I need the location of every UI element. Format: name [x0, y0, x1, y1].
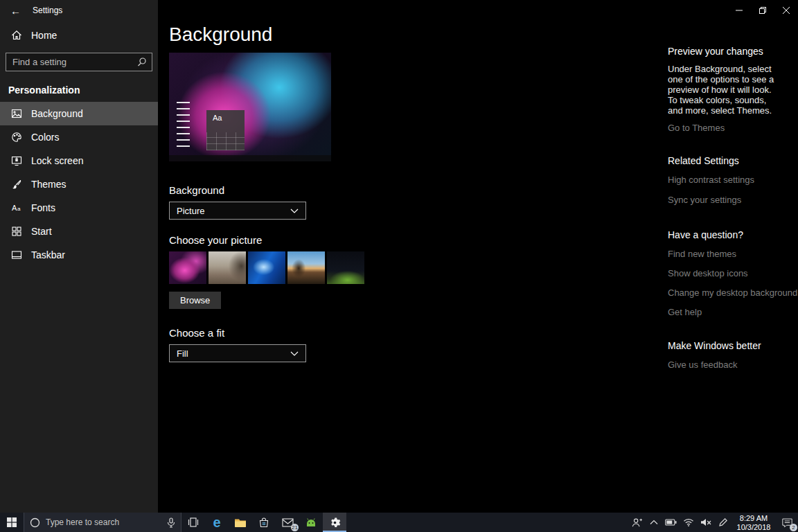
people-button[interactable] — [628, 513, 645, 532]
svg-text:A: A — [12, 204, 17, 212]
system-tray: 8:29 AM 10/3/2018 2 — [628, 513, 798, 532]
volume-button[interactable] — [697, 513, 714, 532]
network-button[interactable] — [680, 513, 697, 532]
edge-button[interactable]: e — [205, 513, 229, 532]
picture-thumbnail-2[interactable] — [209, 251, 246, 284]
high-contrast-link[interactable]: High contrast settings — [668, 173, 780, 186]
sidebar-item-fonts[interactable]: A a Fonts — [0, 196, 158, 220]
android-app-button[interactable] — [299, 513, 323, 532]
pen-icon — [718, 517, 728, 527]
android-icon — [305, 517, 317, 528]
colors-icon — [11, 132, 22, 143]
preview-tile-grid — [206, 132, 245, 150]
sidebar: ← Settings Home Personali — [0, 0, 158, 513]
back-button[interactable]: ← — [10, 5, 21, 17]
svg-text:a: a — [17, 206, 21, 212]
background-preview: Aa — [169, 53, 331, 161]
chevron-down-icon — [290, 351, 299, 356]
file-explorer-button[interactable] — [229, 513, 252, 532]
picture-thumbnail-1[interactable] — [169, 251, 206, 284]
sidebar-item-label: Start — [31, 226, 52, 237]
settings-window: ← Settings Home Personali — [0, 0, 798, 513]
window-controls — [727, 0, 798, 21]
background-type-dropdown[interactable]: Picture — [169, 202, 306, 220]
themes-icon — [11, 179, 22, 190]
taskbar-search-placeholder: Type here to search — [46, 517, 161, 527]
mail-button[interactable]: 21 — [276, 513, 299, 532]
sidebar-item-background[interactable]: Background — [0, 102, 158, 125]
sidebar-item-colors[interactable]: Colors — [0, 125, 158, 149]
preview-taskbar — [169, 155, 331, 161]
main-content: Background Aa Background Picture Choose — [169, 21, 585, 362]
sync-settings-link[interactable]: Sync your settings — [668, 193, 780, 206]
background-type-value: Picture — [177, 206, 204, 216]
preview-changes-body: Under Background, select one of the opti… — [668, 64, 780, 116]
taskbar: Type here to search e — [0, 513, 798, 532]
choose-fit-label: Choose a fit — [169, 327, 585, 339]
file-explorer-icon — [234, 517, 247, 528]
minimize-button[interactable] — [727, 0, 751, 21]
sidebar-item-label: Colors — [31, 132, 59, 143]
ink-workspace-button[interactable] — [714, 513, 732, 532]
sidebar-item-taskbar[interactable]: Taskbar — [0, 243, 158, 267]
restore-button[interactable] — [751, 0, 774, 21]
task-view-icon — [187, 517, 200, 528]
battery-button[interactable] — [662, 513, 680, 532]
screen: ← Settings Home Personali — [0, 0, 798, 532]
settings-gear-icon — [329, 517, 341, 529]
windows-logo-icon — [7, 517, 17, 527]
fit-dropdown[interactable]: Fill — [169, 344, 306, 362]
notification-badge: 2 — [790, 524, 797, 531]
clock-time: 8:29 AM — [732, 514, 776, 523]
give-feedback-link[interactable]: Give us feedback — [668, 358, 780, 371]
taskbar-icon — [11, 249, 22, 260]
change-desktop-background-link[interactable]: Change my desktop background — [668, 286, 780, 299]
titlebar-left: ← Settings — [0, 0, 158, 21]
close-button[interactable] — [774, 0, 798, 21]
sidebar-item-label: Themes — [31, 179, 66, 190]
taskbar-clock[interactable]: 8:29 AM 10/3/2018 — [732, 513, 776, 532]
related-settings-heading: Related Settings — [668, 155, 780, 166]
preview-menu-lines — [177, 102, 190, 149]
preview-changes-heading: Preview your changes — [668, 46, 780, 57]
chevron-down-icon — [290, 209, 299, 213]
app-title: Settings — [33, 6, 62, 15]
settings-taskbar-button[interactable] — [323, 513, 346, 532]
sidebar-item-label: Taskbar — [31, 249, 65, 260]
have-question-heading: Have a question? — [668, 229, 780, 240]
start-button[interactable] — [0, 513, 24, 532]
sidebar-home-label: Home — [31, 30, 57, 41]
store-button[interactable] — [252, 513, 276, 532]
action-center-button[interactable]: 2 — [776, 513, 798, 532]
task-view-button[interactable] — [181, 513, 205, 532]
search-input[interactable] — [6, 53, 152, 71]
taskbar-search[interactable]: Type here to search — [24, 513, 181, 532]
preview-sample-window: Aa — [206, 110, 245, 150]
speaker-mute-icon — [700, 518, 711, 526]
picture-thumbnail-3[interactable] — [248, 251, 285, 284]
get-help-link[interactable]: Get help — [668, 305, 780, 319]
sidebar-item-label: Lock screen — [31, 155, 83, 166]
sidebar-item-themes[interactable]: Themes — [0, 172, 158, 196]
battery-icon — [665, 519, 677, 526]
cortana-icon — [30, 517, 40, 528]
microphone-icon[interactable] — [167, 517, 175, 528]
background-dropdown-label: Background — [169, 184, 585, 196]
store-icon — [258, 517, 269, 528]
fonts-icon: A a — [11, 202, 22, 213]
search-icon — [137, 57, 147, 66]
page-title: Background — [169, 24, 585, 46]
show-hidden-icons-button[interactable] — [645, 513, 662, 532]
find-new-themes-link[interactable]: Find new themes — [668, 247, 780, 260]
lock-screen-icon — [11, 155, 22, 166]
sidebar-item-start[interactable]: Start — [0, 220, 158, 243]
browse-button[interactable]: Browse — [169, 292, 221, 309]
picture-thumbnail-4[interactable] — [287, 251, 325, 284]
show-desktop-icons-link[interactable]: Show desktop icons — [668, 267, 780, 280]
go-to-themes-link[interactable]: Go to Themes — [668, 121, 780, 134]
picture-thumbnail-5[interactable] — [327, 251, 364, 284]
sidebar-item-home[interactable]: Home — [0, 24, 158, 47]
picture-thumbnails — [169, 251, 585, 284]
make-windows-better-heading: Make Windows better — [668, 340, 780, 351]
sidebar-item-lock-screen[interactable]: Lock screen — [0, 149, 158, 172]
